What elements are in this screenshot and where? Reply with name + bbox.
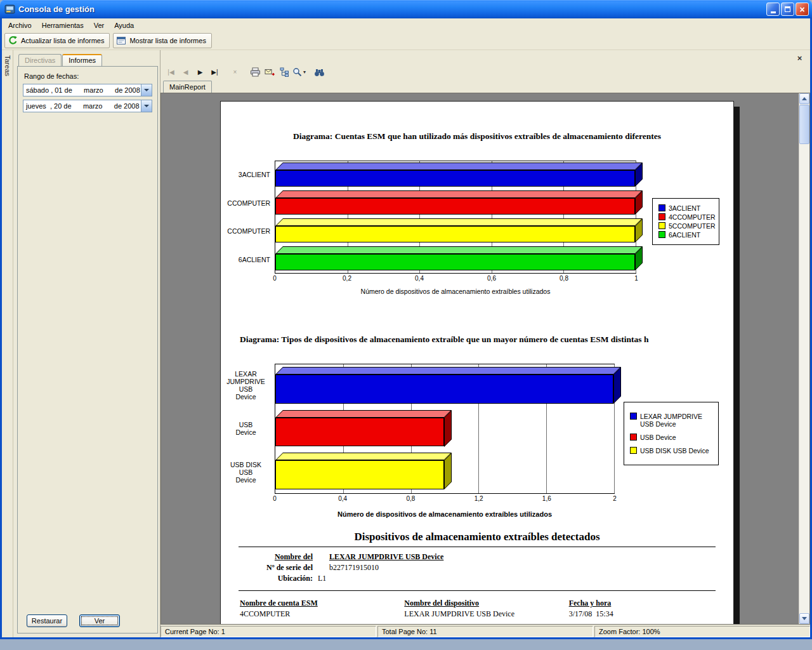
- field-label: Nombre del: [221, 552, 313, 562]
- titlebar[interactable]: Consola de gestión ×: [0, 0, 812, 18]
- legend-label: USB DISK USB Device: [640, 447, 709, 454]
- vertical-scrollbar[interactable]: [799, 93, 809, 624]
- scrollbar-thumb[interactable]: [799, 105, 809, 144]
- field-value: L1: [318, 573, 326, 584]
- bar-face-top: [275, 190, 643, 198]
- bar-face-side: [444, 410, 452, 447]
- bar: [275, 460, 444, 489]
- scrollbar-track[interactable]: [799, 145, 809, 613]
- field-value: b227171915010: [329, 562, 379, 573]
- x-axis-title: Número de dispositivos de almacenamiento…: [275, 288, 636, 295]
- search-button[interactable]: [312, 65, 327, 79]
- minimize-icon: [771, 11, 776, 13]
- legend-item: USB Device: [630, 434, 712, 441]
- field-label: Ubicación:: [221, 573, 313, 584]
- refresh-report-list-button[interactable]: Actualizar lista de informes: [4, 33, 110, 48]
- x-tick-label: 0,2: [343, 275, 351, 282]
- sidebar-buttons: Restaurar Ver: [23, 614, 152, 629]
- bar: [275, 254, 635, 270]
- report-page: Diagrama: Cuentas ESM que han utilizado …: [220, 101, 734, 625]
- y-axis-label: CCOMPUTER: [221, 189, 275, 218]
- x-axis-ticks: 00,40,81,21,62: [275, 494, 615, 503]
- legend-item: 3ACLIENT: [658, 204, 713, 212]
- close-window-button[interactable]: ×: [796, 3, 809, 16]
- legend-item: USB DISK USB Device: [630, 447, 712, 454]
- table-row: 4CCOMPUTER LEXAR JUMPDRIVE USB Device 3/…: [221, 609, 733, 620]
- status-total-pages: Total Page No: 11: [377, 626, 593, 637]
- section-title: Dispositivos de almacenamiento extraíble…: [221, 531, 733, 543]
- refresh-icon: [8, 36, 18, 46]
- scroll-down-button[interactable]: [799, 613, 809, 624]
- bar: [275, 170, 635, 187]
- refresh-report-list-label: Actualizar lista de informes: [21, 37, 104, 44]
- table-header-cell: Nombre del dispositivo: [404, 598, 568, 609]
- x-tick-label: 0,4: [415, 275, 424, 282]
- chart-esm-accounts: Diagrama: Cuentas ESM que han utilizado …: [221, 131, 733, 295]
- y-axis-label: USB DISK USB Device: [221, 451, 275, 494]
- bar-face-front: [275, 198, 635, 215]
- show-report-list-label: Mostrar lista de informes: [129, 37, 206, 44]
- date-to-picker[interactable]: jueves , 20 de marzo de 2008: [23, 100, 152, 112]
- restore-button[interactable]: Restaurar: [27, 614, 67, 627]
- legend-swatch: [630, 434, 637, 441]
- bar-row: [275, 450, 614, 493]
- bar-face-front: [275, 418, 444, 447]
- date-from-picker[interactable]: sábado , 01 de marzo de 2008: [23, 84, 152, 96]
- chart-device-types: Diagrama: Tipos de dispositivos de almac…: [221, 335, 733, 518]
- bar-face-side: [613, 367, 621, 404]
- menu-archivo[interactable]: Archivo: [3, 20, 37, 31]
- menu-herramientas[interactable]: Herramientas: [37, 20, 89, 31]
- status-zoom-factor: Zoom Factor: 100%: [594, 626, 810, 637]
- zoom-button[interactable]: ▾: [292, 65, 306, 79]
- scroll-up-button[interactable]: [799, 93, 809, 104]
- minimize-button[interactable]: [766, 3, 780, 16]
- menu-ver[interactable]: Ver: [89, 20, 110, 31]
- tab-informes[interactable]: Informes: [62, 54, 102, 66]
- bar-row: [275, 245, 636, 273]
- table-cell: 4CCOMPUTER: [240, 609, 404, 620]
- x-tick-label: 0,4: [338, 495, 347, 502]
- divider: [239, 547, 716, 547]
- informes-tab-page: Rango de fechas: sábado , 01 de marzo de…: [17, 66, 158, 633]
- restore-window-button[interactable]: [781, 3, 794, 16]
- x-tick-label: 2: [613, 495, 617, 502]
- sidebar-tabs: Directivas Informes: [18, 54, 158, 66]
- device-detail: Nombre del LEXAR JUMPDRIVE USB Device Nº…: [221, 552, 733, 584]
- menu-ayuda[interactable]: Ayuda: [109, 20, 139, 31]
- tasks-panel-tab[interactable]: Tareas: [2, 50, 13, 637]
- x-tick-label: 0: [273, 495, 277, 502]
- chevron-down-icon[interactable]: ▾: [303, 69, 306, 75]
- export-button[interactable]: [263, 65, 277, 79]
- status-bar: Current Page No: 1 Total Page No: 11 Zoo…: [160, 625, 810, 637]
- date-from-dropdown-button[interactable]: [141, 84, 152, 96]
- report-toolbar: |◀ ◀ ▶ ▶| ×: [160, 63, 810, 81]
- legend-swatch: [630, 413, 637, 420]
- report-view-area: Diagrama: Cuentas ESM que han utilizado …: [160, 93, 810, 625]
- bar-row: [275, 364, 614, 408]
- bar: [275, 226, 635, 242]
- legend-label: USB Device: [640, 434, 676, 441]
- y-axis-label: LEXAR JUMPDRIVE USB Device: [221, 364, 275, 407]
- date-from-value: sábado , 01 de marzo de 2008: [23, 84, 141, 96]
- show-report-list-button[interactable]: Mostrar lista de informes: [113, 33, 211, 48]
- legend-label: LEXAR JUMPDRIVE USB Device: [640, 413, 702, 428]
- divider: [239, 590, 716, 591]
- last-page-button[interactable]: ▶|: [207, 65, 222, 79]
- next-page-button[interactable]: ▶: [193, 65, 207, 79]
- group-tree-toggle-button[interactable]: [277, 65, 292, 79]
- table-cell: LEXAR JUMPDRIVE USB Device: [404, 609, 568, 620]
- bar-face-top: [275, 367, 621, 375]
- print-button[interactable]: [248, 65, 263, 79]
- close-report-panel-button[interactable]: ×: [795, 53, 804, 62]
- x-tick-label: 0,6: [487, 275, 496, 282]
- legend-item: 4CCOMPUTER: [658, 213, 713, 221]
- y-axis-label: CCOMPUTER: [221, 217, 275, 246]
- bar-face-front: [275, 170, 635, 187]
- view-report-button[interactable]: Ver: [79, 614, 120, 627]
- chart-title: Diagrama: Tipos de dispositivos de almac…: [221, 335, 733, 345]
- tab-mainreport[interactable]: MainReport: [163, 81, 212, 93]
- y-axis-labels: LEXAR JUMPDRIVE USB DeviceUSB DeviceUSB …: [221, 364, 275, 494]
- date-to-dropdown-button[interactable]: [141, 100, 152, 112]
- bar-face-top: [275, 162, 643, 170]
- table-header-row: Nombre de cuenta ESM Nombre del disposit…: [221, 598, 733, 609]
